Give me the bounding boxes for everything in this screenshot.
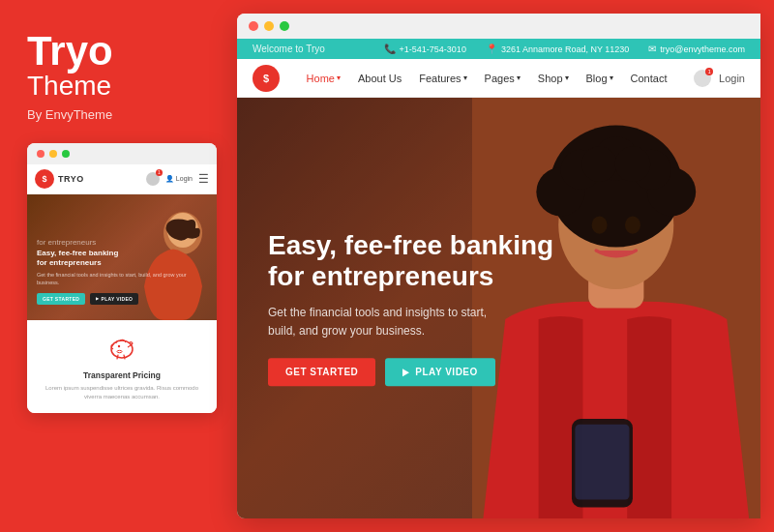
- mini-pricing-title: Transparent Pricing: [37, 370, 207, 380]
- phone-item: 📞 +1-541-754-3010: [384, 44, 466, 54]
- nav-login-label[interactable]: Login: [719, 73, 745, 84]
- email-item: ✉ tryo@envytheme.com: [648, 44, 745, 54]
- brand-subtitle: Theme: [27, 72, 111, 102]
- hero-section: Easy, fee-free bankingfor entrepreneurs …: [237, 98, 760, 518]
- mini-nav-actions: 1 👤 Login ☰: [146, 172, 209, 186]
- svg-point-3: [118, 345, 120, 347]
- left-panel: Tryo Theme By EnvyTheme $ TRYO 1 👤 Login…: [0, 0, 237, 532]
- mini-browser-chrome: [27, 143, 217, 164]
- pig-icon: [37, 334, 207, 367]
- svg-point-16: [592, 216, 608, 233]
- svg-point-14: [582, 146, 618, 182]
- play-icon: [402, 369, 409, 376]
- location-icon: 📍: [486, 44, 497, 54]
- browser-chrome: [237, 14, 760, 39]
- mini-hero-sub: Get the financial tools and insights to …: [37, 272, 207, 286]
- svg-point-4: [117, 350, 122, 352]
- get-started-button[interactable]: GET STARTED: [268, 358, 375, 386]
- nav-link-blog[interactable]: Blog ▾: [579, 69, 621, 88]
- mini-login-text: 👤 Login: [165, 175, 193, 183]
- hero-title: Easy, fee-free bankingfor entrepreneurs: [268, 230, 553, 292]
- address-text: 3261 Annamore Road, NY 11230: [501, 44, 629, 54]
- nav-link-pages[interactable]: Pages ▾: [477, 69, 528, 88]
- svg-rect-19: [576, 425, 630, 500]
- mini-dot-red: [37, 150, 45, 158]
- mini-bottom-section: Transparent Pricing Lorem ipsum suspendi…: [27, 320, 217, 413]
- nav-user-badge: 1: [705, 68, 713, 75]
- nav-link-shop[interactable]: Shop ▾: [530, 69, 577, 88]
- welcome-text: Welcome to Tryo: [253, 44, 325, 54]
- mini-get-started-button[interactable]: GET STARTED: [37, 293, 85, 305]
- top-bar: Welcome to Tryo 📞 +1-541-754-3010 📍 3261…: [237, 39, 760, 59]
- right-panel-browser: Welcome to Tryo 📞 +1-541-754-3010 📍 3261…: [237, 14, 760, 518]
- mini-badge: 1: [156, 169, 163, 176]
- svg-point-17: [625, 216, 640, 233]
- blog-dropdown-icon: ▾: [610, 74, 613, 82]
- pages-dropdown-icon: ▾: [517, 74, 521, 82]
- dot-red: [249, 21, 258, 31]
- mini-hero-buttons: GET STARTED ▶ PLAY VIDEO: [37, 293, 207, 305]
- svg-point-15: [615, 146, 651, 182]
- mini-hero-content: for entrepreneurs Easy, fee-free banking…: [37, 238, 207, 305]
- mini-user-icon: 1: [146, 172, 160, 186]
- hero-buttons: GET STARTED PLAY VIDEO: [268, 358, 553, 386]
- nav-links: Home ▾ About Us Features ▾ Pages ▾ Shop …: [299, 69, 675, 88]
- email-icon: ✉: [648, 44, 656, 54]
- mini-dot-yellow: [49, 150, 57, 158]
- nav-link-about[interactable]: About Us: [350, 69, 409, 88]
- nav-logo-icon: $: [253, 65, 280, 92]
- phone-icon: 📞: [384, 44, 396, 54]
- mini-hero-title: Easy, fee-free bankingfor entrepreneurs: [37, 249, 207, 269]
- mini-nav: $ TRYO 1 👤 Login ☰: [27, 164, 217, 194]
- dot-yellow: [264, 21, 274, 31]
- brand-by: By EnvyTheme: [27, 107, 112, 122]
- top-bar-right: 📞 +1-541-754-3010 📍 3261 Annamore Road, …: [384, 44, 745, 54]
- nav-right-actions: 1 Login: [694, 70, 745, 87]
- mini-logo: $ TRYO: [35, 169, 84, 189]
- main-nav: $ Home ▾ About Us Features ▾ Pages ▾ Sho…: [237, 59, 760, 98]
- mini-browser-mockup: $ TRYO 1 👤 Login ☰ for entrepreneurs: [27, 143, 217, 413]
- phone-text: +1-541-754-3010: [400, 44, 466, 54]
- brand-name: Tryo: [27, 31, 113, 72]
- mini-dot-green: [62, 150, 70, 158]
- home-dropdown-icon: ▾: [337, 74, 341, 82]
- mini-logo-icon: $: [35, 169, 54, 189]
- email-text: tryo@envytheme.com: [660, 44, 745, 54]
- mini-logo-text: TRYO: [58, 174, 84, 184]
- nav-link-features[interactable]: Features ▾: [411, 69, 474, 88]
- play-video-button[interactable]: PLAY VIDEO: [385, 358, 494, 386]
- nav-user-icon[interactable]: 1: [694, 70, 711, 87]
- dot-green: [280, 21, 289, 31]
- nav-logo: $: [253, 65, 280, 92]
- features-dropdown-icon: ▾: [463, 74, 467, 82]
- address-item: 📍 3261 Annamore Road, NY 11230: [486, 44, 629, 54]
- shop-dropdown-icon: ▾: [565, 74, 569, 82]
- svg-point-2: [111, 340, 133, 358]
- mini-hamburger-icon: ☰: [198, 173, 209, 185]
- nav-link-home[interactable]: Home ▾: [299, 69, 348, 88]
- mini-top-text: for entrepreneurs: [37, 238, 207, 247]
- hero-description: Get the financial tools and insights to …: [268, 304, 553, 340]
- mini-play-video-button[interactable]: ▶ PLAY VIDEO: [90, 293, 138, 305]
- nav-link-contact[interactable]: Contact: [623, 69, 675, 88]
- mini-pricing-desc: Lorem ipsum suspendisse ultrices gravida…: [37, 384, 207, 401]
- mini-hero: for entrepreneurs Easy, fee-free banking…: [27, 194, 217, 320]
- hero-content: Easy, fee-free bankingfor entrepreneurs …: [268, 230, 553, 387]
